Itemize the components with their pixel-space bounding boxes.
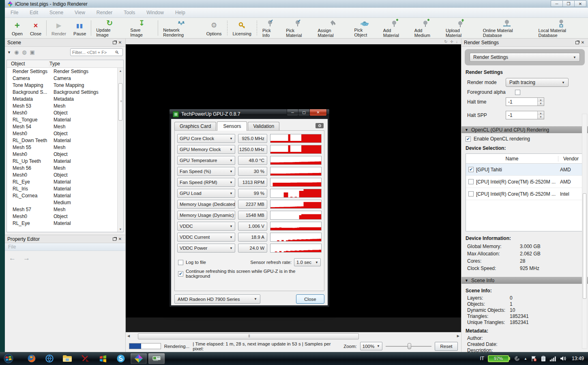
network-rendering-button[interactable]: Network Rendering: [159, 18, 202, 38]
scene-filter-input[interactable]: [72, 50, 115, 55]
tree-row[interactable]: Tone MappingTone Mapping: [7, 82, 123, 89]
menu-item-view[interactable]: View: [75, 10, 85, 15]
render-button[interactable]: ▶Render: [48, 18, 70, 38]
continue-refreshing-checkbox[interactable]: ✔: [178, 271, 183, 276]
zoom-select[interactable]: 100%▼: [360, 342, 382, 350]
open-button[interactable]: +Open: [8, 18, 26, 38]
licensing-button[interactable]: Licensing: [229, 18, 255, 38]
scroll-thumb[interactable]: [583, 193, 586, 299]
windows-app-icon[interactable]: [94, 353, 112, 364]
show-hidden-icons-chevron[interactable]: ▲: [524, 357, 527, 361]
close-button[interactable]: ×Close: [26, 18, 45, 38]
tree-row[interactable]: RL_Up TeethMaterial: [7, 158, 123, 164]
tree-row[interactable]: Mesh0Object: [7, 171, 123, 178]
gpuz-close-button[interactable]: Close: [296, 294, 324, 304]
halt-time-spinner[interactable]: -1 ▲▼: [506, 97, 544, 106]
column-object[interactable]: Object: [7, 61, 49, 67]
render-settings-scrollbar[interactable]: [582, 114, 587, 349]
scroll-right-icon[interactable]: ▶: [457, 334, 459, 338]
tab-validation[interactable]: Validation: [248, 122, 279, 130]
back-arrow-icon[interactable]: ←: [9, 254, 16, 262]
tree-row[interactable]: Mesh 57Mesh: [7, 206, 123, 213]
spin-down-icon[interactable]: ▼: [538, 115, 544, 119]
device-column-vendor[interactable]: Vendor: [558, 156, 584, 162]
local-material-database-button[interactable]: Local Material Database: [534, 18, 588, 38]
tree-row[interactable]: Mesh 55Mesh: [7, 144, 123, 151]
enable-opencl-checkbox[interactable]: ✔: [466, 136, 471, 142]
device-row[interactable]: ✔[GPU] TahitiAMD: [466, 164, 584, 176]
assign-material-button[interactable]: Assign Material: [314, 18, 351, 38]
screenshot-camera-icon[interactable]: [315, 123, 324, 128]
device-checkbox[interactable]: [468, 191, 474, 197]
minimize-button[interactable]: ─: [551, 0, 563, 7]
sensor-select-dropdown[interactable]: VDDC Power▼: [177, 244, 235, 253]
title-bar[interactable]: iClone test.pigs - Indigo Renderer ─ ❐ ✕: [5, 0, 588, 8]
pause-button[interactable]: ▮▮Pause: [70, 18, 90, 38]
camera-filter-icon[interactable]: ◉: [14, 49, 19, 55]
horizontal-scrollbar[interactable]: ◀ ▶: [126, 332, 461, 340]
installer-tray-icon[interactable]: [541, 356, 546, 362]
tree-row[interactable]: Mesh0Object: [7, 109, 123, 116]
menu-item-edit[interactable]: Edit: [30, 10, 38, 15]
forward-arrow-icon[interactable]: →: [23, 254, 30, 262]
upload-material-button[interactable]: Upload Material: [442, 18, 479, 38]
zoom-slider[interactable]: [386, 342, 431, 350]
indigo-renderer-icon[interactable]: [130, 353, 147, 364]
restore-button[interactable]: ❐: [562, 0, 575, 7]
hscroll-thumb[interactable]: [138, 333, 359, 339]
menu-item-scene[interactable]: Scene: [49, 10, 63, 15]
tab-graphics-card[interactable]: Graphics Card: [174, 122, 216, 130]
sensor-select-dropdown[interactable]: GPU Memory Clock▼: [177, 145, 235, 154]
clock[interactable]: 13:49: [570, 356, 584, 361]
minimize-button[interactable]: ─: [287, 109, 298, 116]
float-panel-icon[interactable]: [112, 237, 117, 242]
log-to-file-checkbox[interactable]: [178, 260, 183, 265]
add-material-button[interactable]: Add Material: [380, 18, 411, 38]
tree-scrollbar[interactable]: ▲ ▼: [117, 68, 123, 232]
device-column-name[interactable]: Name: [466, 156, 558, 162]
close-button[interactable]: ✕: [309, 109, 327, 116]
tree-column-header[interactable]: Object Type: [7, 60, 123, 68]
tree-row[interactable]: Medium: [7, 199, 123, 206]
settings-selector-dropdown[interactable]: Render Settings▼: [470, 53, 580, 62]
float-panel-icon[interactable]: [112, 40, 117, 45]
tree-scroll-thumb[interactable]: [118, 83, 122, 121]
device-checkbox[interactable]: [468, 179, 474, 184]
add-medium-button[interactable]: Add Medium: [411, 18, 442, 38]
save-image-button[interactable]: ↧Save Image: [127, 18, 157, 38]
scroll-left-icon[interactable]: ◀: [127, 334, 130, 338]
dock-view-icon[interactable]: ↓: [456, 39, 458, 44]
refresh-rate-dropdown[interactable]: 1.0 sec▼: [294, 258, 321, 266]
gpuz-icon[interactable]: [148, 353, 165, 364]
device-row[interactable]: [CPU] Intel(R) Core(TM) i5-2520M ...AMD: [466, 176, 584, 188]
spin-down-icon[interactable]: ▼: [538, 102, 544, 106]
refresh-view-icon[interactable]: ↻: [444, 39, 447, 44]
device-row[interactable]: [CPU] Intel(R) Core(TM) i5-2520M ...Inte…: [466, 188, 584, 200]
sensor-select-dropdown[interactable]: GPU Core Clock▼: [177, 134, 235, 143]
maximize-button[interactable]: ▢: [298, 109, 310, 116]
tree-row[interactable]: Mesh0Object: [7, 151, 123, 158]
tree-row[interactable]: RL_IrisMaterial: [7, 185, 123, 192]
tree-row[interactable]: RL_TongueMaterial: [7, 116, 123, 123]
spin-up-icon[interactable]: ▲: [538, 98, 544, 102]
foreground-alpha-checkbox[interactable]: [515, 90, 520, 95]
close-panel-icon[interactable]: ✕: [117, 237, 123, 242]
tree-row[interactable]: CameraCamera: [7, 75, 123, 82]
pan-view-icon[interactable]: ✛: [450, 39, 453, 44]
tree-row[interactable]: RL_Down TeethMaterial: [7, 137, 123, 144]
battery-indicator[interactable]: 97%: [488, 355, 510, 362]
tree-row[interactable]: RL_EyeMaterial: [7, 220, 123, 227]
pick-material-button[interactable]: Pick Material: [282, 18, 314, 38]
sensor-select-dropdown[interactable]: GPU Load▼: [177, 189, 235, 198]
file-explorer-icon[interactable]: [59, 353, 76, 364]
update-image-button[interactable]: ↻Update Image: [92, 18, 127, 38]
sensor-select-dropdown[interactable]: GPU Temperature▼: [177, 156, 235, 165]
tree-row[interactable]: RL_CorneaMaterial: [7, 192, 123, 199]
menu-item-window[interactable]: Window: [146, 10, 164, 15]
graphics-card-dropdown[interactable]: AMD Radeon HD 7900 Series▼: [174, 294, 260, 304]
options-button[interactable]: ⚙Options: [203, 18, 225, 38]
tree-row[interactable]: Mesh 53Mesh: [7, 102, 123, 109]
spin-up-icon[interactable]: ▲: [538, 111, 544, 115]
device-checkbox[interactable]: ✔: [468, 167, 474, 172]
sensor-select-dropdown[interactable]: Memory Usage (Dynamic)▼: [177, 211, 235, 220]
